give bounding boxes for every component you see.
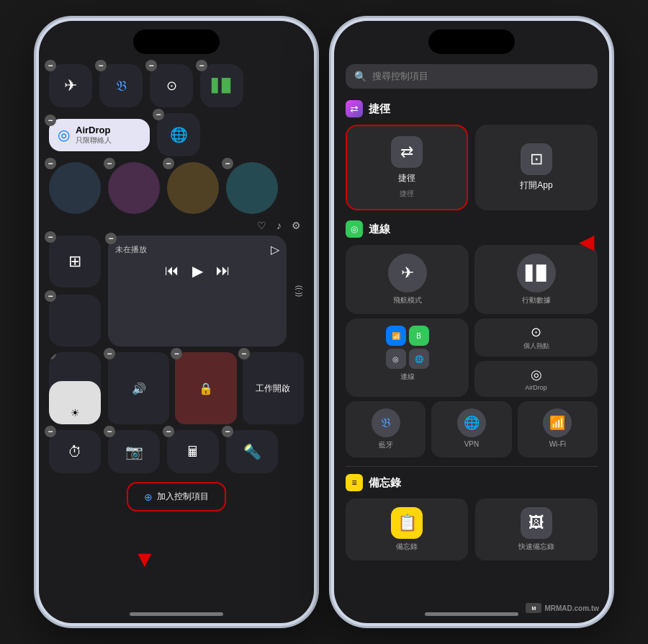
bluetooth-icon: 𝔅 [116, 78, 127, 94]
bluetooth-btn[interactable]: − 𝔅 [99, 64, 143, 107]
minus-badge[interactable]: − [105, 233, 117, 244]
shortcut-item-shortcuts[interactable]: ⇄ 捷徑 捷徑 [346, 125, 468, 210]
qr-btn[interactable]: − ⊞ [49, 236, 101, 287]
play-icon[interactable]: ▶ [192, 262, 203, 279]
blur-circle-4: − [226, 162, 278, 214]
conn-icon-wifi: 📶 [543, 408, 572, 437]
note-name-quick: 快速備忘錄 [518, 542, 554, 552]
calculator-icon: 🖩 [186, 444, 200, 460]
minus-badge[interactable]: − [45, 158, 56, 169]
minus-badge[interactable]: − [45, 115, 56, 126]
note-item-quick[interactable]: 🖼 快速備忘錄 [475, 498, 598, 560]
add-controls-btn[interactable]: ⊕ 加入控制項目 [130, 485, 223, 509]
shortcut-item-openapp[interactable]: ⊡ 打開App [475, 125, 598, 210]
note-item-notes[interactable]: 📋 備忘錄 [346, 498, 468, 560]
volume-btn[interactable]: − 🔊 [108, 352, 169, 424]
minus-badge[interactable]: − [163, 426, 174, 437]
conn-item-hotspot[interactable]: ⊙ 個人熱點 [474, 318, 598, 357]
minus-badge[interactable]: − [45, 290, 56, 302]
minus-badge[interactable]: − [222, 426, 233, 437]
conn-item-bluetooth[interactable]: 𝔅 藍牙 [346, 401, 426, 457]
next-icon[interactable]: ⏭ [216, 262, 230, 279]
airplane-mode-btn[interactable]: − ✈ [49, 64, 92, 107]
search-bar[interactable]: 🔍 搜尋控制項目 [346, 64, 598, 89]
down-arrow: ▼ [133, 546, 156, 573]
minus-badge[interactable]: − [49, 352, 56, 359]
conn-icon-cellular: ▋▉ [517, 254, 556, 292]
conn-item-cellular[interactable]: ▋▉ 行動數據 [474, 245, 598, 314]
airdrop-icon: ◎ [58, 126, 70, 143]
minus-badge[interactable]: − [222, 158, 233, 169]
minus-badge[interactable]: − [171, 348, 182, 359]
blur-circle-2: − [108, 162, 160, 214]
minus-badge[interactable]: − [45, 231, 56, 243]
sun-icon: ☀ [71, 407, 80, 419]
airdrop-row: − ◎ AirDrop 只限聯絡人 − 🌐 [49, 113, 304, 156]
shortcuts-title: 捷徑 [369, 102, 390, 116]
sliders-row: ☀ − − 🔊 − 🔒 − 工 [49, 352, 304, 424]
conn-multi-icons: 📶 B ◎ 🌐 [386, 326, 429, 369]
flashlight-icon: 🔦 [243, 443, 261, 460]
settings-icon: ⚙ [292, 220, 301, 231]
conn-item-wifi[interactable]: 📶 Wi-Fi [518, 401, 598, 457]
airplane-icon: ✈ [64, 76, 77, 95]
minus-badge[interactable]: − [163, 158, 174, 169]
conn-name-cellular: 行動數據 [522, 295, 551, 305]
section-divider [346, 466, 598, 467]
notes-title: 備忘錄 [369, 476, 401, 490]
calculator-btn[interactable]: − 🖩 [167, 430, 219, 473]
minus-badge[interactable]: − [95, 60, 107, 71]
connectivity-header: ◎ 連線 [346, 220, 598, 238]
minus-badge[interactable]: − [153, 109, 164, 120]
timer-icon: ⏱ [68, 444, 82, 460]
notes-symbol: 📋 [397, 514, 417, 532]
plus-circle-icon: ⊕ [144, 491, 153, 503]
cellular-icon: ▋▉ [212, 78, 232, 94]
prev-icon[interactable]: ⏮ [165, 262, 179, 279]
minus-badge[interactable]: − [104, 426, 115, 437]
minus-badge[interactable]: − [104, 348, 115, 359]
media-controls: ⏮ ▶ ⏭ [115, 262, 279, 279]
conn-item-vpn[interactable]: 🌐 VPN [431, 401, 511, 457]
conn-name-hotspot: 個人熱點 [523, 341, 549, 351]
lock-icon: 🔒 [199, 382, 213, 395]
blur-circle-1: − [49, 162, 101, 214]
minus-badge[interactable]: − [45, 60, 56, 71]
screen-record-icon: ⊙ [166, 78, 177, 94]
globe-btn[interactable]: − 🌐 [157, 113, 200, 156]
minus-badge[interactable]: − [238, 348, 250, 359]
screen-record-btn[interactable]: − ⊙ [150, 64, 193, 107]
shortcut-name-openapp: 打開App [520, 179, 552, 192]
dynamic-island-left [133, 30, 220, 54]
brightness-slider[interactable]: ☀ − [49, 352, 101, 424]
middle-row: − ⊞ − − 未在播放 ▷ [49, 236, 304, 346]
antenna-icon-col: ((·)) [294, 236, 304, 346]
camera-btn[interactable]: − 📷 [108, 430, 160, 473]
orientation-lock-btn[interactable]: − 🔒 [175, 352, 236, 424]
conn-item-airplane[interactable]: ✈ 飛航模式 [346, 245, 469, 314]
conn-item-airdrop[interactable]: ◎ AirDrop [474, 361, 598, 397]
dark-btn[interactable]: − [49, 295, 101, 346]
wifi-symbol: 📶 [549, 415, 565, 431]
minus-badge[interactable]: − [104, 158, 115, 169]
minus-badge[interactable]: − [145, 60, 157, 71]
conn-item-connect[interactable]: 📶 B ◎ 🌐 連線 [346, 318, 469, 397]
shortcut-icon-shortcuts: ⇄ [391, 136, 423, 168]
timer-btn[interactable]: − ⏱ [49, 430, 101, 473]
vpn-symbol: 🌐 [464, 415, 480, 431]
conn-name-airdrop: AirDrop [525, 384, 547, 391]
airdrop-conn-icon: ◎ [531, 367, 542, 383]
flashlight-btn[interactable]: − 🔦 [226, 430, 278, 473]
note-symbol: ≡ [351, 478, 356, 488]
conn-name-vpn: VPN [464, 440, 480, 448]
airdrop-pill[interactable]: − ◎ AirDrop 只限聯絡人 [49, 119, 150, 151]
cellular-btn[interactable]: − ▋▉ [200, 64, 243, 107]
focus-btn[interactable]: − 工作開啟 [243, 352, 304, 424]
minus-badge[interactable]: − [196, 60, 207, 71]
minus-badge[interactable]: − [45, 426, 56, 437]
heart-icon: ♡ [257, 220, 266, 231]
antenna-icon: ((·)) [295, 285, 303, 297]
right-arrow: ◀ [579, 230, 595, 254]
quick-note-symbol: 🖼 [528, 514, 544, 532]
shortcuts-icon: ⇄ [350, 103, 359, 115]
